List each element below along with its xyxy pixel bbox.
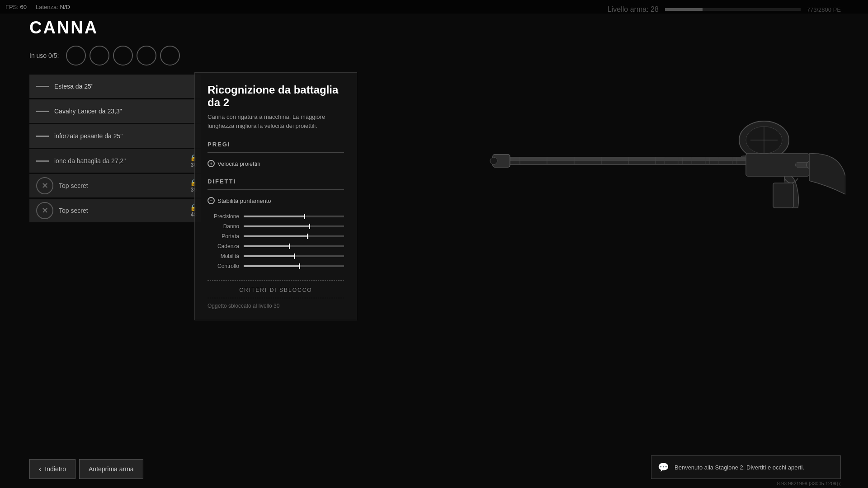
stat-bar-row: Controllo: [208, 263, 344, 269]
stat-bar-marker: [304, 214, 305, 219]
attachment-item[interactable]: ✕Top secret🔒48: [29, 199, 201, 222]
stat-bar-fill: [244, 225, 309, 227]
fps-value: 60: [20, 4, 27, 10]
attachment-dash-icon: [36, 160, 49, 162]
attachment-dash-icon: [36, 136, 49, 137]
stat-bar-marker: [294, 253, 295, 259]
stat-bar-fill: [244, 245, 289, 247]
unlock-desc: Oggetto sbloccato al livello 30: [208, 303, 344, 309]
attachment-dash-icon: [36, 111, 49, 112]
preview-button-label: Anteprima arma: [89, 465, 134, 473]
difetti-entry: −Stabilità puntamento: [208, 197, 344, 204]
attachment-item[interactable]: ✕Top secret🔒39: [29, 174, 201, 197]
stat-bar-label: Precisione: [208, 213, 239, 220]
attachment-dash-icon: [36, 86, 49, 87]
stat-bar-label: Danno: [208, 223, 239, 230]
stat-bar-row: Mobilità: [208, 253, 344, 259]
chat-icon: 💬: [658, 462, 669, 473]
attachment-item[interactable]: ione da battaglia da 27,2"🔒30: [29, 149, 201, 173]
difetti-label: DIFETTI: [208, 178, 344, 185]
attachment-name: Top secret: [59, 207, 196, 214]
attachment-item[interactable]: Estesa da 25": [29, 75, 201, 98]
stat-bar-row: Cadenza: [208, 243, 344, 249]
unlock-section: CRITERI DI SBLOCCO Oggetto sbloccato al …: [208, 280, 344, 309]
weapon-image-area: [461, 59, 868, 285]
stat-bar-label: Portata: [208, 233, 239, 239]
attachment-locked-icon: ✕: [36, 177, 53, 194]
detail-title: Ricognizione da battaglia da 2: [208, 84, 344, 109]
coordinates-display: 8.93 9821998 [33005.1209] (: [777, 481, 841, 486]
minus-icon: −: [208, 197, 215, 204]
attachment-name: Estesa da 25": [54, 83, 196, 90]
stat-bar-row: Precisione: [208, 213, 344, 220]
attachment-name: inforzata pesante da 25": [54, 132, 196, 140]
pregi-entry: +Velocità proiettili: [208, 160, 344, 167]
stat-bar-row: Portata: [208, 233, 344, 239]
attachment-slot-5[interactable]: [160, 46, 180, 66]
stat-bar-label: Mobilità: [208, 253, 239, 259]
difetti-divider: [208, 189, 344, 190]
stat-bar-marker: [299, 263, 300, 269]
stat-bar-fill: [244, 235, 307, 237]
detail-panel: Ricognizione da battaglia da 2 Canna con…: [194, 72, 357, 320]
latency-display: Latenza: N/D: [36, 4, 70, 10]
pregi-list: +Velocità proiettili: [208, 160, 344, 167]
detail-description: Canna con rigatura a macchina. La maggio…: [208, 113, 344, 130]
stat-bar-fill: [244, 255, 294, 257]
attachment-item[interactable]: inforzata pesante da 25": [29, 124, 201, 148]
stat-bar-marker: [309, 224, 310, 229]
stat-bar-track: [244, 216, 344, 217]
stat-bar-row: Danno: [208, 223, 344, 230]
fps-label: FPS:: [5, 4, 19, 10]
section-title: CANNA: [29, 18, 201, 38]
attachment-slot-2[interactable]: [90, 46, 109, 66]
stat-bar-fill: [244, 216, 304, 217]
pregi-text: Velocità proiettili: [217, 160, 260, 167]
attachment-name: ione da battaglia da 27,2": [54, 157, 196, 164]
chat-text: Benvenuto alla Stagione 2. Divertiti e o…: [675, 464, 804, 471]
chevron-left-icon: ‹: [39, 465, 41, 473]
preview-button[interactable]: Anteprima arma: [79, 459, 143, 479]
stat-bar-track: [244, 225, 344, 227]
plus-icon: +: [208, 160, 215, 167]
unlock-title: CRITERI DI SBLOCCO: [208, 287, 344, 293]
stat-bar-label: Controllo: [208, 263, 239, 269]
left-panel: CANNA In uso 0/5: Estesa da 25"Cavalry L…: [29, 18, 201, 222]
stats-bars: PrecisioneDannoPortataCadenzaMobilitàCon…: [208, 213, 344, 269]
rifle-svg: [484, 104, 845, 239]
slots-label: In uso 0/5:: [29, 52, 59, 59]
attachment-slot-3[interactable]: [113, 46, 133, 66]
attachment-locked-icon: ✕: [36, 202, 53, 219]
attachment-slot-1[interactable]: [66, 46, 86, 66]
stat-bar-marker: [289, 244, 290, 249]
latency-value: N/D: [60, 4, 70, 10]
fps-display: FPS: 60: [5, 4, 27, 10]
back-button[interactable]: ‹ Indietro: [29, 459, 75, 479]
attachment-name: Cavalry Lancer da 23,3": [54, 108, 196, 115]
stat-bar-label: Cadenza: [208, 243, 239, 249]
unlock-dashed-line: [208, 298, 344, 298]
pregi-label: PREGI: [208, 141, 344, 148]
chat-notification: 💬 Benvenuto alla Stagione 2. Divertiti e…: [651, 455, 841, 479]
attachment-slot-4[interactable]: [137, 46, 156, 66]
attachment-slots: In uso 0/5:: [29, 46, 201, 66]
svg-rect-6: [506, 158, 787, 161]
back-button-label: Indietro: [45, 465, 66, 473]
difetti-list: −Stabilità puntamento: [208, 197, 344, 204]
attachment-list: Estesa da 25"Cavalry Lancer da 23,3"info…: [29, 75, 201, 222]
attachment-item[interactable]: Cavalry Lancer da 23,3": [29, 99, 201, 123]
svg-rect-21: [773, 183, 793, 208]
stat-bar-track: [244, 255, 344, 257]
main-content: CANNA In uso 0/5: Estesa da 25"Cavalry L…: [0, 14, 868, 488]
latency-label: Latenza:: [36, 4, 58, 10]
stat-bar-track: [244, 265, 344, 267]
bottom-buttons: ‹ Indietro Anteprima arma: [29, 459, 143, 479]
stat-bar-marker: [307, 234, 308, 239]
pregi-divider: [208, 152, 344, 153]
stat-bar-track: [244, 245, 344, 247]
stat-bar-track: [244, 235, 344, 237]
attachment-name: Top secret: [59, 182, 196, 189]
svg-point-17: [490, 157, 497, 164]
stat-bar-fill: [244, 265, 299, 267]
hud-bar: FPS: 60 Latenza: N/D: [0, 0, 868, 14]
